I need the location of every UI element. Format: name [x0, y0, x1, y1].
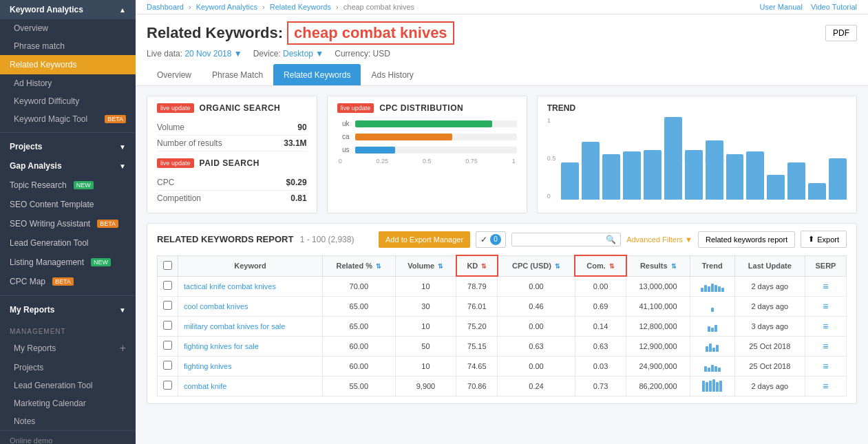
search-icon[interactable]: 🔍	[606, 235, 616, 244]
beta-badge: BETA	[97, 220, 118, 228]
row-checkbox-4[interactable]	[163, 361, 172, 370]
user-manual-link[interactable]: User Manual	[760, 3, 803, 11]
sidebar-item-marketing-calendar[interactable]: Marketing Calendar	[0, 394, 136, 412]
th-volume[interactable]: Volume ⇅	[395, 255, 456, 276]
report-title-area: RELATED KEYWORDS REPORT 1 - 100 (2,938)	[157, 234, 354, 244]
sidebar-item-seo-writing-assistant[interactable]: SEO Writing Assistant BETA	[0, 214, 136, 233]
row-checkbox-cell-5[interactable]	[158, 376, 178, 396]
serp-cell-5[interactable]: ≡	[805, 376, 846, 396]
export-button[interactable]: ⬆ Export	[801, 231, 847, 248]
sidebar-item-keyword-difficulty[interactable]: Keyword Difficulty	[0, 92, 136, 110]
sidebar-item-cpc-map[interactable]: CPC Map BETA	[0, 272, 136, 291]
sidebar-item-my-reports[interactable]: My Reports +	[0, 338, 136, 359]
sidebar-item-seo-content-template[interactable]: SEO Content Template	[0, 195, 136, 214]
sidebar-item-gap-analysis[interactable]: Gap Analysis ▼	[0, 156, 136, 176]
online-demo-link[interactable]: Online demo	[0, 430, 136, 444]
serp-icon-4[interactable]: ≡	[823, 361, 828, 372]
th-trend[interactable]: Trend	[690, 255, 734, 276]
keyword-link-1[interactable]: cool combat knives	[184, 302, 248, 310]
bar-label-uk: uk	[337, 120, 350, 127]
keyword-link-2[interactable]: military combat knives for sale	[184, 322, 285, 330]
sidebar-item-phrase-match[interactable]: Phrase match	[0, 37, 136, 55]
com-cell-1: 0.69	[575, 296, 626, 316]
sidebar-item-topic-research[interactable]: Topic Research NEW	[0, 176, 136, 195]
tab-phrase-match[interactable]: Phrase Match	[202, 64, 273, 85]
sidebar-item-ad-history[interactable]: Ad History	[0, 74, 136, 92]
row-checkbox-0[interactable]	[163, 281, 172, 290]
last-update-cell-2: 3 days ago	[734, 316, 805, 336]
sidebar-item-label: Projects	[14, 363, 43, 372]
breadcrumb-related-keywords[interactable]: Related Keywords	[270, 3, 331, 11]
tab-ads-history[interactable]: Ads History	[361, 64, 423, 85]
sidebar-item-lead-generation[interactable]: Lead Generation Tool	[0, 233, 136, 253]
row-checkbox-cell-2[interactable]	[158, 316, 178, 336]
row-checkbox-cell-0[interactable]	[158, 276, 178, 296]
serp-cell-0[interactable]: ≡	[805, 276, 846, 296]
tab-related-keywords[interactable]: Related Keywords	[273, 64, 361, 85]
related-keywords-report-button[interactable]: Related keywords report	[698, 231, 795, 248]
sidebar-item-lead-generation-mgmt[interactable]: Lead Generation Tool	[0, 377, 136, 394]
th-results[interactable]: Results ⇅	[626, 255, 690, 276]
serp-icon-3[interactable]: ≡	[823, 341, 828, 352]
select-all-checkbox[interactable]	[163, 261, 172, 270]
tab-overview[interactable]: Overview	[147, 64, 202, 85]
serp-cell-4[interactable]: ≡	[805, 356, 846, 376]
serp-icon-0[interactable]: ≡	[823, 281, 828, 292]
sidebar-item-label: SEO Writing Assistant	[10, 219, 90, 229]
serp-icon-2[interactable]: ≡	[823, 321, 828, 332]
sidebar-keyword-analytics[interactable]: Keyword Analytics ▲	[0, 0, 136, 19]
sidebar-item-projects-mgmt[interactable]: Projects	[0, 359, 136, 377]
sidebar-item-related-keywords[interactable]: Related Keywords	[0, 55, 136, 74]
trend-mini-bar	[704, 285, 707, 292]
serp-cell-2[interactable]: ≡	[805, 316, 846, 336]
th-serp[interactable]: SERP	[805, 255, 846, 276]
row-checkbox-1[interactable]	[163, 301, 172, 310]
beta-badge: BETA	[105, 115, 126, 123]
keyword-link-4[interactable]: fighting knives	[184, 362, 232, 370]
cpc-dist-label: CPC DISTRIBUTION	[379, 103, 463, 113]
row-checkbox-cell-4[interactable]	[158, 356, 178, 376]
sidebar-item-label: SEO Content Template	[10, 200, 94, 209]
live-data-date[interactable]: 20 Nov 2018 ▼	[184, 49, 242, 59]
row-checkbox-cell-1[interactable]	[158, 296, 178, 316]
video-tutorial-link[interactable]: Video Tutorial	[811, 3, 857, 11]
add-icon[interactable]: +	[120, 342, 126, 355]
device-value[interactable]: Desktop ▼	[283, 49, 324, 59]
serp-icon-1[interactable]: ≡	[823, 301, 828, 312]
row-checkbox-2[interactable]	[163, 321, 172, 330]
breadcrumb-keyword-analytics[interactable]: Keyword Analytics	[196, 3, 257, 11]
trend-bar	[644, 150, 661, 200]
serp-cell-3[interactable]: ≡	[805, 336, 846, 356]
keyword-link-5[interactable]: combat knife	[184, 382, 226, 390]
sidebar-item-label: Related Keywords	[10, 60, 76, 70]
add-to-export-button[interactable]: Add to Export Manager	[379, 231, 470, 248]
sidebar-item-my-reports-section[interactable]: My Reports ▼	[0, 300, 136, 319]
sidebar-item-listing-management[interactable]: Listing Management NEW	[0, 253, 136, 272]
row-checkbox-5[interactable]	[163, 381, 172, 390]
related-cell-0: 70.00	[322, 276, 395, 296]
th-related-percent[interactable]: Related % ⇅	[322, 255, 395, 276]
serp-icon-5[interactable]: ≡	[823, 381, 828, 392]
sidebar-item-notes[interactable]: Notes	[0, 412, 136, 430]
row-checkbox-3[interactable]	[163, 341, 172, 350]
th-com[interactable]: Com. ⇅	[575, 255, 626, 276]
pdf-button[interactable]: PDF	[825, 25, 857, 41]
search-input[interactable]	[516, 235, 606, 244]
th-kd[interactable]: KD ⇅	[456, 255, 498, 276]
keyword-link-0[interactable]: tactical knife combat knives	[184, 282, 276, 290]
sidebar-item-overview[interactable]: Overview	[0, 19, 136, 37]
breadcrumb-dashboard[interactable]: Dashboard	[147, 3, 184, 11]
trend-bar	[746, 151, 764, 200]
trend-mini-4	[696, 361, 729, 372]
th-last-update[interactable]: Last Update	[734, 255, 805, 276]
keyword-link-3[interactable]: fighting knives for sale	[184, 342, 259, 350]
sidebar-item-keyword-magic[interactable]: Keyword Magic Tool BETA	[0, 110, 136, 128]
th-keyword[interactable]: Keyword	[178, 255, 323, 276]
serp-cell-1[interactable]: ≡	[805, 296, 846, 316]
row-checkbox-cell-3[interactable]	[158, 336, 178, 356]
sidebar-item-projects[interactable]: Projects ▼	[0, 137, 136, 156]
select-all-checkbox-header[interactable]	[158, 255, 178, 276]
th-cpc[interactable]: CPC (USD) ⇅	[498, 255, 575, 276]
advanced-filters-button[interactable]: Advanced Filters ▼	[626, 235, 692, 244]
trend-mini-0	[696, 281, 729, 292]
